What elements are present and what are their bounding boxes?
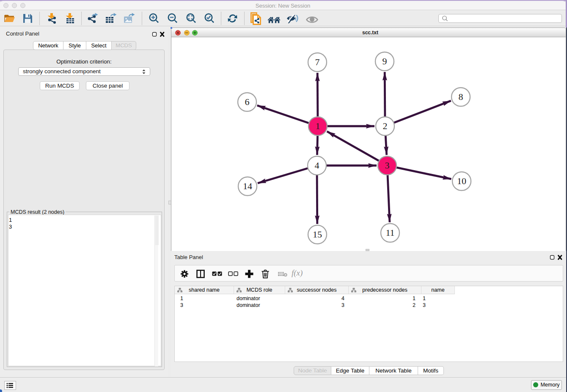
svg-text:3: 3: [385, 160, 390, 171]
svg-text:1: 1: [316, 121, 320, 131]
svg-text:11: 11: [385, 227, 394, 238]
svg-text:7: 7: [315, 57, 320, 67]
svg-text:8: 8: [459, 91, 463, 102]
svg-text:4: 4: [315, 160, 319, 171]
svg-text:6: 6: [245, 97, 250, 107]
svg-text:2: 2: [383, 121, 388, 131]
svg-text:14: 14: [243, 181, 252, 191]
svg-text:10: 10: [457, 176, 466, 186]
svg-text:9: 9: [383, 56, 387, 66]
svg-text:15: 15: [313, 229, 322, 240]
